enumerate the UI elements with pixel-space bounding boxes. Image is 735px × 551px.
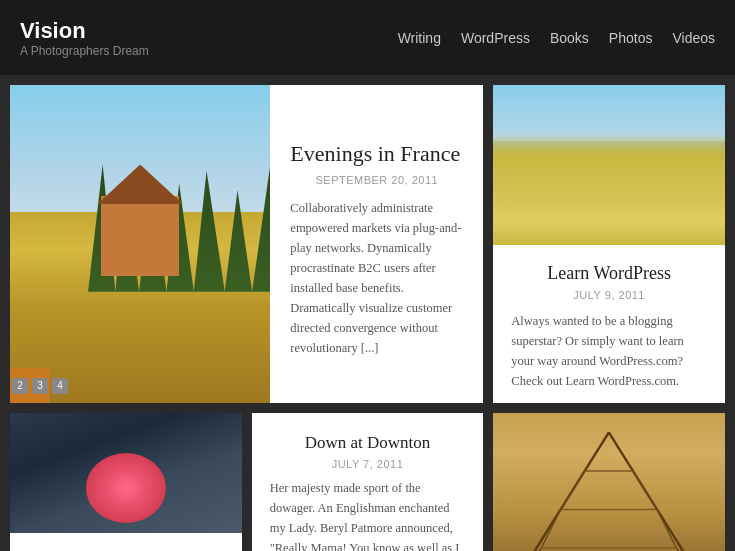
structure-scene xyxy=(493,413,725,551)
wheat-stalks xyxy=(493,133,725,245)
svg-line-6 xyxy=(561,471,585,510)
site-tagline: A Photographers Dream xyxy=(20,44,149,58)
site-branding: Vision A Photographers Dream xyxy=(20,18,149,58)
nav-writing[interactable]: Writing xyxy=(398,30,441,46)
featured-excerpt: Collaboratively administrate empowered m… xyxy=(290,198,463,358)
featured-card: 1 2 3 4 Evenings in France SEPTEMBER 20,… xyxy=(10,85,483,403)
house-shape xyxy=(101,196,179,276)
svg-line-9 xyxy=(657,510,676,549)
side-card-title[interactable]: Learn WordPress xyxy=(511,263,707,284)
featured-title[interactable]: Evenings in France xyxy=(290,140,463,169)
flower-scene xyxy=(10,413,242,533)
featured-date: SEPTEMBER 20, 2011 xyxy=(290,174,463,186)
page-2-dot[interactable]: 2 xyxy=(12,378,28,394)
site-title[interactable]: Vision xyxy=(20,18,149,44)
side-card-excerpt: Always wanted to be a blogging superstar… xyxy=(511,311,707,391)
side-card-image xyxy=(493,85,725,245)
pagination-dots: 1 2 3 4 xyxy=(10,378,68,394)
svg-line-8 xyxy=(542,510,561,549)
svg-line-7 xyxy=(633,471,657,510)
bottom-left-body xyxy=(10,533,242,551)
page-3-dot[interactable]: 3 xyxy=(32,378,48,394)
nav-books[interactable]: Books xyxy=(550,30,589,46)
side-card-body: Learn WordPress JULY 9, 2011 Always want… xyxy=(493,245,725,403)
bottom-center-date: JULY 7, 2011 xyxy=(270,458,466,470)
featured-image: 1 2 3 4 xyxy=(10,85,270,403)
svg-line-0 xyxy=(513,432,610,551)
bottom-right-card xyxy=(493,413,725,551)
bottom-center-excerpt: Her majesty made sport of the dowager. A… xyxy=(270,478,466,551)
site-header: Vision A Photographers Dream Writing Wor… xyxy=(0,0,735,75)
flower-shape xyxy=(86,453,166,523)
side-card: Learn WordPress JULY 9, 2011 Always want… xyxy=(493,85,725,403)
content-grid: 1 2 3 4 Evenings in France SEPTEMBER 20,… xyxy=(0,75,735,551)
structure-svg xyxy=(493,413,725,551)
flower-image xyxy=(10,413,242,533)
wheat-scene xyxy=(493,85,725,245)
bottom-left-card xyxy=(10,413,242,551)
bottom-center-card: Down at Downton JULY 7, 2011 Her majesty… xyxy=(252,413,484,551)
structure-image xyxy=(493,413,725,551)
svg-line-1 xyxy=(609,432,706,551)
nav-wordpress[interactable]: WordPress xyxy=(461,30,530,46)
landscape-scene xyxy=(10,85,270,403)
main-nav: Writing WordPress Books Photos Videos xyxy=(398,30,715,46)
side-card-date: JULY 9, 2011 xyxy=(511,289,707,301)
pagination-bar: 1 2 3 4 xyxy=(10,368,50,403)
nav-videos[interactable]: Videos xyxy=(672,30,715,46)
bottom-center-title[interactable]: Down at Downton xyxy=(270,433,466,453)
nav-photos[interactable]: Photos xyxy=(609,30,653,46)
page-4-dot[interactable]: 4 xyxy=(52,378,68,394)
featured-text-panel: Evenings in France SEPTEMBER 20, 2011 Co… xyxy=(270,85,483,403)
